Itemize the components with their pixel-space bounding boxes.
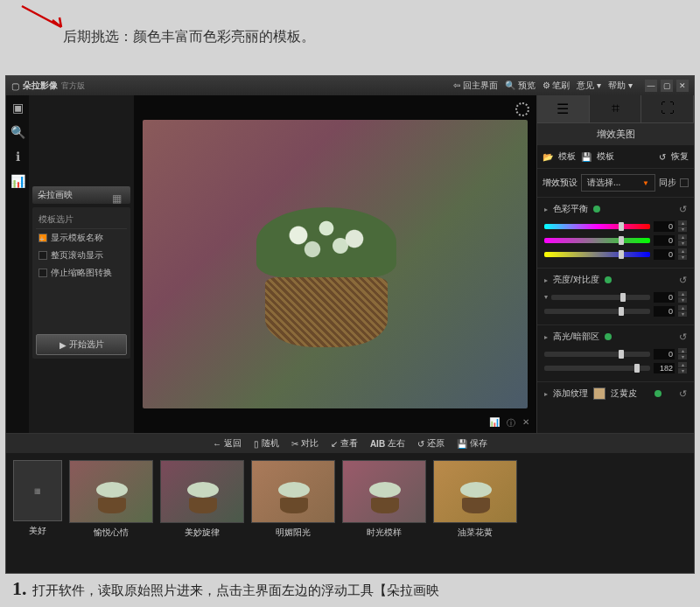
app-edition: 官方版 xyxy=(61,80,85,92)
expand-icon[interactable]: ▸ xyxy=(544,276,548,284)
preview-button[interactable]: 🔍 预览 xyxy=(505,80,536,92)
brush-button[interactable]: ⚙ 笔刷 xyxy=(542,80,570,92)
reset-icon[interactable]: ↺ xyxy=(679,204,687,215)
chevron-down-icon: ▼ xyxy=(642,179,649,187)
show-template-name-checkbox[interactable]: + 显示模板名称 xyxy=(36,229,127,247)
brightness-slider[interactable] xyxy=(551,295,650,300)
fullscreen-tab[interactable]: ⛶ xyxy=(641,95,694,122)
left-toolbar: ▣ 🔍 ℹ 📊 xyxy=(6,95,29,433)
status-dot-icon xyxy=(593,206,600,213)
ab-button[interactable]: AIB 左右 xyxy=(370,437,405,450)
start-selection-button[interactable]: ▶ 开始选片 xyxy=(36,334,127,355)
original-thumbnail[interactable]: ▦ xyxy=(13,460,62,521)
preset-label-4: 时光模样 xyxy=(342,527,426,539)
preset-label-1: 愉悦心情 xyxy=(69,527,153,539)
preset-thumbnail-2[interactable] xyxy=(160,460,244,523)
texture-name: 泛黄皮 xyxy=(611,387,637,400)
histogram-icon[interactable]: 📊 xyxy=(489,417,500,429)
checkbox-icon xyxy=(38,269,47,277)
preset-label: 增效预设 xyxy=(542,177,578,189)
titlebar: ▢ 朵拉影像 官方版 ⇦ 回主界面 🔍 预览 ⚙ 笔刷 意见 ▾ 帮助 ▾ — … xyxy=(6,76,694,95)
canvas-area: 📊 ⓘ ✕ xyxy=(134,95,536,433)
page-scroll-checkbox[interactable]: 整页滚动显示 xyxy=(36,247,127,264)
yellow-blue-slider[interactable] xyxy=(544,252,650,257)
crop-tab[interactable]: ⌗ xyxy=(590,95,642,122)
checkbox-icon xyxy=(38,251,47,260)
open-template-icon[interactable]: 📂 xyxy=(542,152,553,162)
info-tool-icon[interactable]: ℹ xyxy=(10,150,24,164)
template-select-header: 模板选片 xyxy=(36,211,127,229)
status-dot-icon xyxy=(654,390,662,397)
highlight-label: 高光/暗部区 xyxy=(553,331,599,343)
sync-label: 同步 xyxy=(659,177,676,189)
bottom-bar: ← 返回 ▯ 随机 ✂ 对比 ↙ 查看 AIB 左右 ↺ 还原 💾 保存 ▦ 美… xyxy=(6,433,694,573)
expand-icon[interactable]: ▸ xyxy=(544,333,548,341)
back-button[interactable]: ← 返回 xyxy=(213,437,242,450)
right-panel: ☰ ⌗ ⛶ 增效美图 📂 模板 💾 模板 ↺ 恢复 增效预设 请选择...▼ 同… xyxy=(536,95,694,433)
app-logo-icon: ▢ xyxy=(11,81,19,91)
random-button[interactable]: ▯ 随机 xyxy=(254,437,279,450)
open-template-label[interactable]: 模板 xyxy=(558,150,576,163)
reset-icon[interactable]: ↺ xyxy=(679,388,687,400)
restore-icon[interactable]: ↺ xyxy=(659,152,666,162)
increment-button[interactable]: ▴ xyxy=(678,220,687,226)
restore-label[interactable]: 恢复 xyxy=(671,150,689,163)
restore-button[interactable]: ↺ 还原 xyxy=(417,437,444,450)
feedback-button[interactable]: 意见 ▾ xyxy=(577,80,601,92)
view-button[interactable]: ↙ 查看 xyxy=(331,437,358,450)
preset-thumbnail-3[interactable] xyxy=(251,460,335,523)
status-dot-icon xyxy=(605,333,612,340)
right-panel-title: 增效美图 xyxy=(537,123,694,145)
close-button[interactable]: ✕ xyxy=(676,80,689,92)
preset-thumbnail-5[interactable] xyxy=(433,460,517,523)
sliders-icon: ☰ xyxy=(556,101,570,111)
expand-icon[interactable]: ▸ xyxy=(544,206,548,213)
adjust-tab[interactable]: ☰ xyxy=(537,95,590,122)
preset-label-3: 明媚阳光 xyxy=(251,527,335,539)
highlight-slider[interactable] xyxy=(544,352,650,357)
step-instruction: 1. 打开软件，读取原始照片进来，点击主界面左边的浮动工具【朵拉画映 xyxy=(12,577,439,600)
info-icon[interactable]: ⓘ xyxy=(507,417,515,429)
contrast-slider[interactable] xyxy=(544,309,650,314)
close-canvas-icon[interactable]: ✕ xyxy=(522,417,529,429)
home-button[interactable]: ⇦ 回主界面 xyxy=(453,80,498,92)
preset-label-2: 美妙旋律 xyxy=(160,527,244,539)
texture-swatch[interactable] xyxy=(593,387,606,400)
save-button[interactable]: 💾 保存 xyxy=(457,437,487,450)
minimize-button[interactable]: — xyxy=(645,80,657,92)
magenta-green-slider[interactable] xyxy=(544,238,650,243)
shadow-slider[interactable] xyxy=(544,366,650,371)
cyan-red-slider[interactable] xyxy=(544,224,650,229)
reset-icon[interactable]: ↺ xyxy=(679,331,687,343)
color-balance-group: ▸ 色彩平衡 ↺ 0▴▾ 0▴▾ 0▴▾ xyxy=(537,197,694,268)
preset-thumbnail-4[interactable] xyxy=(342,460,426,523)
original-label: 美好 xyxy=(13,525,62,537)
expand-icon[interactable]: ▸ xyxy=(544,390,548,398)
decrement-button[interactable]: ▾ xyxy=(678,227,687,232)
collapse-icon[interactable]: ▾ xyxy=(544,293,548,301)
save-template-icon[interactable]: 💾 xyxy=(581,152,592,162)
play-icon: ▶ xyxy=(60,340,66,350)
loading-spinner-icon xyxy=(515,102,529,116)
annotation-arrow-icon xyxy=(18,4,70,31)
color-balance-label: 色彩平衡 xyxy=(553,203,588,215)
save-template-label[interactable]: 模板 xyxy=(597,150,614,163)
image-tool-icon[interactable]: ▣ xyxy=(10,101,24,115)
main-image[interactable] xyxy=(143,120,528,408)
histogram-tool-icon[interactable]: 📊 xyxy=(10,174,24,188)
crop-icon: ⌗ xyxy=(608,101,622,111)
preset-thumbnail-1[interactable] xyxy=(69,460,153,523)
zoom-tool-icon[interactable]: 🔍 xyxy=(10,125,24,139)
app-window: ▢ 朵拉影像 官方版 ⇦ 回主界面 🔍 预览 ⚙ 笔刷 意见 ▾ 帮助 ▾ — … xyxy=(5,75,695,574)
stop-thumbnail-checkbox[interactable]: 停止缩略图转换 xyxy=(36,264,127,282)
preset-label-5: 油菜花黄 xyxy=(433,527,517,539)
texture-label: 添加纹理 xyxy=(553,387,588,400)
preset-dropdown[interactable]: 请选择...▼ xyxy=(581,174,655,192)
help-button[interactable]: 帮助 ▾ xyxy=(608,80,633,92)
sync-checkbox[interactable] xyxy=(680,178,689,187)
texture-group: ▸ 添加纹理 泛黄皮 ↺ xyxy=(537,381,694,405)
reset-icon[interactable]: ↺ xyxy=(679,275,687,286)
compare-button[interactable]: ✂ 对比 xyxy=(291,437,318,450)
maximize-button[interactable]: ▢ xyxy=(661,80,673,92)
filmstrip-icon[interactable]: ▦ xyxy=(112,192,122,205)
